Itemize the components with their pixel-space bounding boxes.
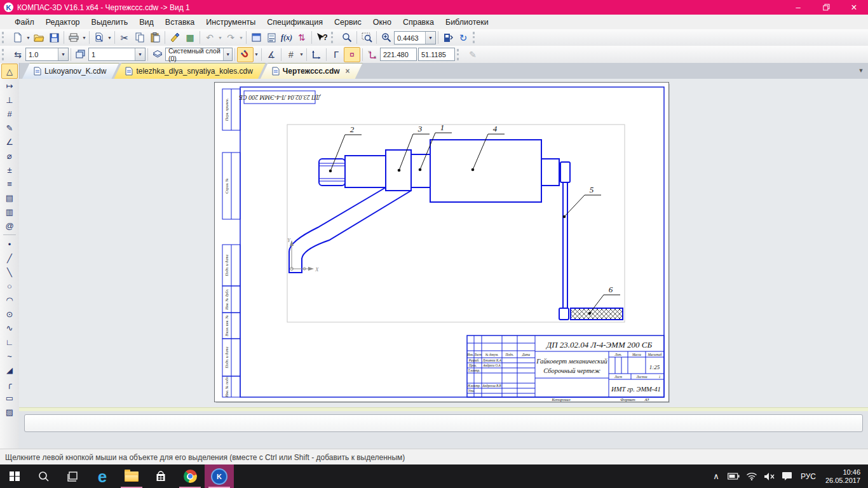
fit-document-button[interactable] [440,30,456,44]
tab-telezhka[interactable]: telezhka_dlya_snyatiya_koles.cdw [114,63,265,79]
org-name[interactable]: ИМТ гр. ЭММ-41 [611,386,661,393]
step-dropdown[interactable]: ▼ [58,48,68,60]
layer-name-dropdown[interactable]: ▼ [223,48,232,60]
redo-button[interactable]: ↷ [223,30,238,44]
part-support-hatched[interactable] [571,308,623,320]
open-button[interactable] [31,30,46,44]
taskbar-clock[interactable]: 10:46 26.05.2017 [822,468,864,485]
panel-specification-icon[interactable]: ≡ [2,177,17,191]
doc-designation[interactable]: ДП 23.02.04 Л-4-ЭММ 200 СБ [545,340,652,349]
grid-button[interactable]: # [283,48,299,62]
redo-dropdown[interactable]: ▼ [238,30,244,44]
assembly-geometry[interactable] [289,140,623,320]
menu-libraries[interactable]: Библиотеки [440,17,494,28]
zoom-scale-combo[interactable]: 0.4463 ▼ [394,31,436,44]
tray-expand-icon[interactable]: ∧ [709,464,724,488]
variables-button[interactable] [248,30,264,44]
panel-dimensions-icon[interactable]: ↦ [2,79,17,93]
zoom-area-button[interactable] [339,30,355,44]
layer-name-combo[interactable]: Системный слой (0) ▼ [165,48,233,61]
paste-button[interactable] [147,30,163,44]
tool-spline-icon[interactable]: ∿ [2,321,17,335]
step-combo[interactable]: 1.0 ▼ [25,48,69,61]
layer-selector-icon[interactable] [150,48,165,62]
menu-tools[interactable]: Инструменты [200,17,261,28]
volume-muted-icon[interactable] [762,464,777,488]
panel-measurement-icon[interactable]: ⌀ [2,149,17,163]
new-document-dropdown[interactable]: ▼ [25,30,31,44]
battery-icon[interactable] [726,464,742,488]
top-stamp-text[interactable]: ДП 23.02.04 Л-4-ЭММ 200 СБ [239,94,321,101]
callout-5[interactable]: 5 [563,185,601,218]
doc-name-line1[interactable]: Гайковерт механический [536,358,607,365]
action-center-icon[interactable] [780,464,795,488]
zoom-scale-value[interactable]: 0.4463 [395,32,421,44]
part-body[interactable] [345,156,386,187]
tab-lukoyanov[interactable]: Lukoyanov_K.cdw [22,63,119,79]
menu-select[interactable]: Выделить [86,17,134,28]
zoom-frame-button[interactable] [359,30,374,44]
panel-geometry-icon[interactable]: △ [1,64,18,79]
layer-name-value[interactable]: Системный слой (0) [166,48,223,60]
copy-button[interactable] [132,30,147,44]
preview-dropdown[interactable]: ▼ [107,30,112,44]
menu-editor[interactable]: Редактор [40,17,86,28]
function-button[interactable]: f(x) [279,30,294,44]
panel-insert-icon[interactable]: ▥ [2,205,17,219]
tool-ellipse-icon[interactable]: ⊙ [2,307,17,321]
save-button[interactable] [46,30,62,44]
step-value[interactable]: 1.0 [26,48,41,60]
part-handle[interactable] [289,187,411,273]
panel-designations-icon[interactable]: ⊥ [2,93,17,107]
tool-bezier-icon[interactable]: ~ [2,349,17,363]
perpendicular-button[interactable]: ∡ [264,48,279,62]
search-button[interactable] [29,464,58,488]
cursor-x-field[interactable]: 221.480 [380,48,417,61]
tool-rectangle-icon[interactable]: ▭ [2,391,17,405]
rounding-button[interactable]: ¤ [344,47,360,62]
drawing-svg[interactable]: Перв. примен. Справ. № Подп. и дата Инв.… [215,83,668,402]
tool-fillet-icon[interactable]: ╭ [2,377,17,391]
store-button[interactable] [146,464,175,488]
panel-parametrization-icon[interactable]: ∠ [2,135,17,149]
tool-chamfer-icon[interactable]: ◢ [2,363,17,377]
tool-segment-icon[interactable]: ╱ [2,251,17,265]
toolbar-grip[interactable] [2,32,8,43]
part-step[interactable] [541,159,559,186]
grid-dropdown[interactable]: ▼ [299,48,304,62]
part-end-cap[interactable] [560,162,570,182]
minimize-button[interactable]: – [784,0,812,15]
tool-point-icon[interactable]: • [2,237,17,251]
tab-chertezh-active[interactable]: Чертежссс.cdw × [261,63,363,79]
toolbar-grip[interactable] [2,49,8,60]
toolbar-grip[interactable] [457,49,463,60]
panel-reports-icon[interactable]: ▤ [2,191,17,205]
chrome-button[interactable] [175,464,205,488]
tab-overflow-button[interactable]: ▼ [856,65,866,76]
layer-number-dropdown[interactable]: ▼ [135,48,145,60]
zoom-in-button[interactable] [379,30,394,44]
restore-button[interactable] [812,0,840,15]
drawing-sheet[interactable]: Перв. примен. Справ. № Подп. и дата Инв.… [215,83,668,402]
snap-magnet-button[interactable] [237,47,254,62]
menu-view[interactable]: Вид [133,17,159,28]
task-view-button[interactable] [58,464,88,488]
cut-button[interactable]: ✂ [117,30,132,44]
drawing-canvas[interactable]: Перв. примен. Справ. № Подп. и дата Инв.… [19,79,868,407]
undo-button[interactable]: ↶ [202,30,217,44]
tab-close-icon[interactable]: × [346,67,350,76]
ortho-button[interactable]: Γ [329,48,344,62]
preview-button[interactable] [92,30,107,44]
part-socket[interactable] [319,159,345,186]
print-button[interactable] [66,30,81,44]
context-help-button[interactable]: ? [314,30,329,44]
menu-file[interactable]: Файл [9,17,40,28]
print-dropdown[interactable]: ▼ [81,30,87,44]
menu-insert[interactable]: Вставка [159,17,200,28]
panel-applications-icon[interactable]: @ [2,219,17,233]
layers-button[interactable] [73,48,88,62]
menu-window[interactable]: Окно [367,17,397,28]
panel-editing-icon[interactable]: ✎ [2,121,17,135]
tool-aux-line-icon[interactable]: ╲ [2,265,17,279]
local-cs-button[interactable] [309,48,324,62]
